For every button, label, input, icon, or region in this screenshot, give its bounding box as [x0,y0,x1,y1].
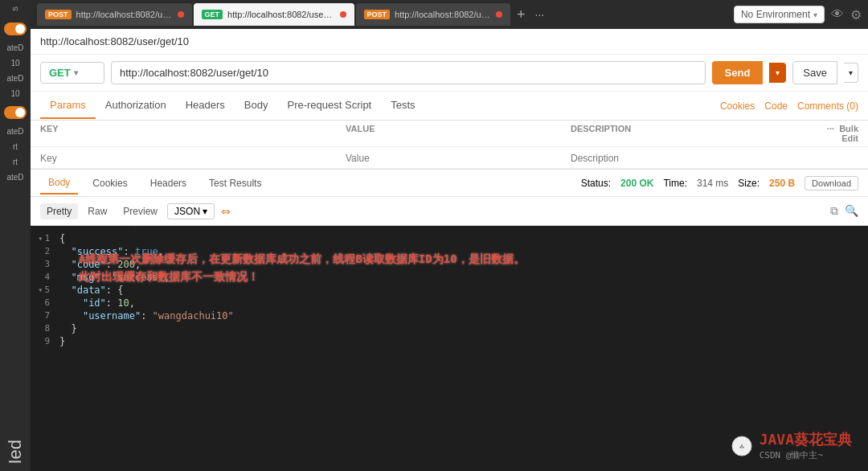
sidebar-num-3: ateD [6,74,23,83]
key-input[interactable] [40,153,346,164]
tab-authorization[interactable]: Authorization [96,92,176,119]
send-dropdown-button[interactable]: ▾ [769,63,786,83]
add-tab-button[interactable]: + [512,6,530,23]
format-right-actions: ⧉ 🔍 [830,204,858,218]
code-link[interactable]: Code [764,100,788,112]
value-input[interactable] [346,153,571,164]
tab-post-update[interactable]: POST http://localhost:8082/user/upd: [356,3,511,26]
params-table: KEY VALUE DESCRIPTION ··· Bulk Edit [31,121,868,170]
more-icon: ··· [827,124,834,133]
request-section: GET ▾ Send ▾ Save ▾ [31,55,868,92]
tab-params[interactable]: Params [40,92,96,119]
response-cookies-tab[interactable]: Cookies [84,173,135,194]
save-button[interactable]: Save [792,61,837,84]
sidebar-num-6: rt [13,142,18,151]
watermark-title: JAVA葵花宝典 [760,430,852,449]
response-test-tab[interactable]: Test Results [201,173,269,194]
line-number-8: 8 [31,323,59,334]
time-value: 314 ms [697,178,728,189]
bulk-edit-label[interactable]: Bulk Edit [839,124,858,143]
time-label: Time: [663,178,687,189]
method-selector[interactable]: GET ▾ [40,62,104,84]
svg-text:☘: ☘ [739,442,744,451]
wrap-icon[interactable]: ⇔ [221,205,231,218]
download-button[interactable]: Download [805,176,858,190]
line-number-1: ▾1 [31,233,59,244]
sidebar-num-4: 10 [10,89,19,98]
env-label: No Environment [741,9,810,20]
code-line-2: 2 "success": true, [31,245,868,258]
sidebar-label-1: S [11,6,19,11]
line-number-2: 2 [31,246,59,257]
status-label: Status: [581,178,611,189]
code-content-9: } [59,336,65,347]
line-number-4: 4 [31,272,59,283]
line-number-3: 3 [31,259,59,270]
more-tabs-button[interactable]: ··· [532,8,548,21]
tab-url-1: http://localhost:8082/user/inse [76,10,173,19]
watermark: ☘ JAVA葵花宝典 CSDN @懒中主~ [731,430,852,461]
tab-tests[interactable]: Tests [381,92,424,119]
cookies-link[interactable]: Cookies [720,100,755,112]
format-tabs-row: Pretty Raw Preview JSON ▾ ⇔ ⧉ 🔍 [31,197,868,226]
svg-point-1 [732,436,751,456]
bulk-edit-header: ··· Bulk Edit [810,124,858,143]
sidebar: S ateD 10 ateD 10 ateD rt rt ateD Ied [0,0,31,471]
tab-url-3: http://localhost:8082/user/upd: [395,10,491,19]
line-number-6: 6 [31,297,59,309]
tab-method-post-1: POST [45,10,72,19]
tab-pre-request[interactable]: Pre-request Script [277,92,381,119]
request-bar: GET ▾ Send ▾ Save ▾ [31,55,868,92]
status-value: 200 OK [620,178,653,189]
fmt-pretty-tab[interactable]: Pretty [40,203,78,219]
key-header: KEY [40,124,346,143]
url-input[interactable] [111,61,706,84]
format-selector[interactable]: JSON ▾ [167,203,215,219]
save-dropdown-button[interactable]: ▾ [844,63,858,83]
gear-icon[interactable]: ⚙ [850,7,862,23]
current-url-display: http://localhost:8082/user/get/10 [40,35,189,47]
tab-url-2: http://localhost:8082/user/get/1( [227,10,334,19]
format-chevron-icon: ▾ [203,206,207,217]
fmt-preview-tab[interactable]: Preview [117,203,164,219]
sidebar-num-1: ateD [6,43,23,52]
code-line-6: 6 "id": 10, [31,297,868,309]
response-headers-tab[interactable]: Headers [142,173,194,194]
response-tabs-row: Body Cookies Headers Test Results Status… [31,170,868,197]
request-tabs-row: Params Authorization Headers Body Pre-re… [31,92,868,121]
method-label: GET [49,67,71,79]
line-number-5: ▾5 [31,285,59,296]
main-content: POST http://localhost:8082/user/inse GET… [31,0,868,471]
response-code-area: ▾1 { 2 "success": true, 3 "code": 200, 4… [31,226,868,471]
tab-method-post-3: POST [364,10,391,19]
tab-get-get[interactable]: GET http://localhost:8082/user/get/1( [194,3,354,26]
fmt-raw-tab[interactable]: Raw [81,203,113,219]
copy-icon[interactable]: ⧉ [830,204,838,218]
size-label: Size: [738,178,760,189]
code-line-7: 7 "username": "wangdachui10" [31,309,868,322]
code-line-5: ▾5 "data": { [31,284,868,297]
tab-post-insert[interactable]: POST http://localhost:8082/user/inse [37,3,192,26]
sidebar-toggle-2[interactable] [4,106,27,119]
code-content-3: "code": 200, [59,259,141,270]
send-button[interactable]: Send [712,61,764,84]
code-content-1: { [59,233,65,244]
sidebar-toggle-1[interactable] [4,23,27,35]
sidebar-num-7: rt [13,158,18,166]
params-row-1 [31,147,868,169]
sidebar-num-8: ateD [6,173,23,182]
eye-icon[interactable]: 👁 [831,7,844,22]
description-input[interactable] [571,153,858,164]
tab-body[interactable]: Body [235,92,278,119]
description-header: DESCRIPTION [571,124,810,143]
tab-headers[interactable]: Headers [176,92,235,119]
watermark-sub: CSDN @懒中主~ [760,449,823,461]
sidebar-num-2: 10 [10,59,19,68]
params-header: KEY VALUE DESCRIPTION ··· Bulk Edit [31,121,868,147]
tab-dot-3 [496,11,502,18]
search-icon[interactable]: 🔍 [845,204,858,218]
comments-link[interactable]: Comments (0) [797,100,858,112]
code-line-9: 9 } [31,335,868,348]
response-body-tab[interactable]: Body [40,172,78,195]
environment-selector[interactable]: No Environment ▾ [734,6,825,23]
